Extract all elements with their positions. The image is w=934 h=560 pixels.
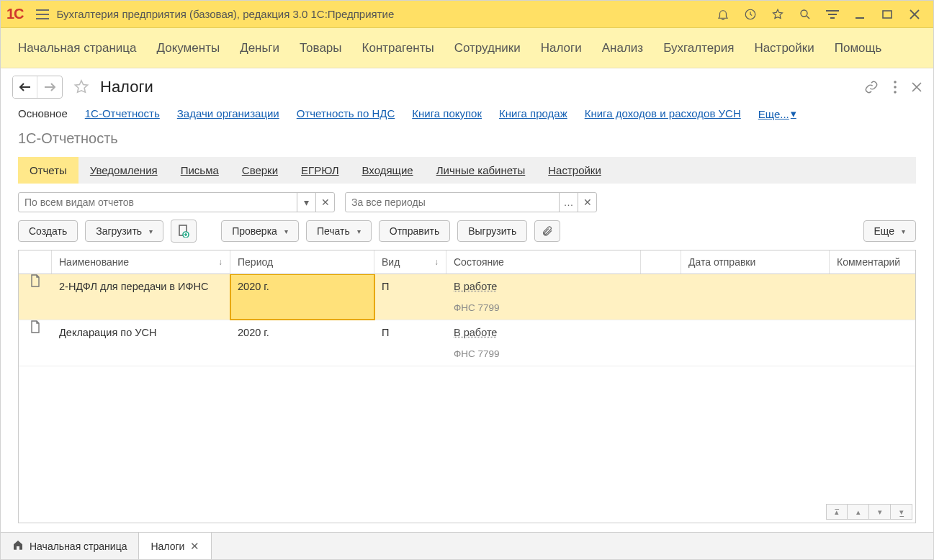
table-row[interactable]: 2-НДФЛ для передачи в ИФНС 2020 г. П В р… [19,274,915,320]
bottom-tabs: Начальная страница Налоги ✕ [1,532,933,559]
bell-icon[interactable] [716,7,730,22]
menu-analysis[interactable]: Анализ [602,41,643,55]
add-file-button[interactable] [171,220,197,243]
subnav-main[interactable]: Основное [18,107,68,120]
settings-lines-icon[interactable] [825,7,840,22]
dropdown-icon[interactable]: ▾ [297,193,315,212]
col-comment[interactable]: Комментарий [830,250,915,274]
row-state[interactable]: В работе [454,281,497,292]
close-page-icon[interactable] [912,82,922,92]
menu-home[interactable]: Начальная страница [18,41,137,55]
close-icon[interactable] [907,7,922,22]
more-button[interactable]: Еще [863,220,917,242]
main-menu: Начальная страница Документы Деньги Това… [1,28,933,68]
col-date[interactable]: Дата отправки [681,250,830,274]
star-icon[interactable] [771,7,785,22]
document-icon [19,274,52,320]
check-button[interactable]: Проверка [221,220,299,242]
nav-down-icon[interactable]: ▾ [869,504,891,520]
tab-settings[interactable]: Настройки [536,157,613,184]
attach-button[interactable] [534,220,560,242]
clear-period-icon[interactable]: ✕ [578,193,596,212]
nav-last-icon[interactable]: ▾̲ [891,504,912,520]
tab-notifications[interactable]: Уведомления [78,157,169,184]
nav-up-icon[interactable]: ▴ [848,504,869,520]
col-period[interactable]: Период [230,250,374,274]
col-name[interactable]: Наименование↓ [52,250,230,274]
close-tab-icon[interactable]: ✕ [190,540,199,553]
print-button[interactable]: Печать [306,220,372,242]
search-icon[interactable] [798,7,812,22]
main-menu-icon[interactable] [34,6,51,23]
row-kind: П [374,274,446,298]
send-button[interactable]: Отправить [379,220,450,242]
menu-accounting[interactable]: Бухгалтерия [663,41,734,55]
subnav-1c-reporting[interactable]: 1С-Отчетность [85,107,160,120]
row-state[interactable]: В работе [454,327,497,338]
filter-period-input[interactable] [346,193,559,212]
kebab-menu-icon[interactable] [893,80,897,94]
tab-letters[interactable]: Письма [169,157,230,184]
chevron-down-icon: ▾ [791,107,796,120]
minimize-icon[interactable] [853,7,867,22]
tab-egrul[interactable]: ЕГРЮЛ [289,157,350,184]
col-state-extra[interactable] [641,250,681,274]
maximize-icon[interactable] [880,7,894,22]
load-button[interactable]: Загрузить [85,220,163,242]
menu-taxes[interactable]: Налоги [541,41,582,55]
history-icon[interactable] [743,7,758,22]
menu-documents[interactable]: Документы [157,41,220,55]
menu-employees[interactable]: Сотрудники [454,41,521,55]
ellipsis-icon[interactable]: … [559,193,578,212]
subnav-more-label: Еще... [758,108,789,120]
col-kind-label: Вид [382,256,400,268]
col-icon[interactable] [19,250,52,274]
clear-filter-icon[interactable]: ✕ [315,193,334,212]
col-state[interactable]: Состояние [446,250,641,274]
menu-goods[interactable]: Товары [300,41,341,55]
export-button[interactable]: Выгрузить [457,220,527,242]
svg-point-1 [801,10,807,17]
toolbar: Создать Загрузить Проверка Печать Отправ… [1,220,933,250]
reports-table: Наименование↓ Период Вид↓ Состояние Дата… [18,250,916,523]
tab-reports[interactable]: Отчеты [18,157,78,184]
row-period: 2020 г. [230,320,374,344]
titlebar: 1С Бухгалтерия предприятия (базовая), ре… [1,1,933,28]
tab-cabinets[interactable]: Личные кабинеты [425,157,537,184]
subnav-org-tasks[interactable]: Задачи организации [177,107,279,120]
create-button[interactable]: Создать [18,220,78,242]
col-state-label: Состояние [454,256,504,268]
check-label: Проверка [232,225,277,237]
col-period-label: Период [238,256,273,268]
row-comment [830,274,915,286]
subnav-vat-reporting[interactable]: Отчетность по НДС [297,107,395,120]
subnav-purchase-book[interactable]: Книга покупок [412,107,482,120]
menu-settings[interactable]: Настройки [754,41,814,55]
favorite-star-icon[interactable] [71,77,91,97]
subnav-more[interactable]: Еще... ▾ [758,107,796,120]
row-name: 2-НДФЛ для передачи в ИФНС [52,274,230,298]
row-kind: П [374,320,446,344]
subnav-usn-book[interactable]: Книга доходов и расходов УСН [585,107,741,120]
table-body: 2-НДФЛ для передачи в ИФНС 2020 г. П В р… [19,274,915,501]
table-row[interactable]: Декларация по УСН 2020 г. П В работе ФНС… [19,320,915,366]
tab-incoming[interactable]: Входящие [351,157,425,184]
page-header: Налоги [1,68,933,101]
menu-counterparties[interactable]: Контрагенты [362,41,434,55]
filter-report-type-input[interactable] [19,193,297,212]
menu-money[interactable]: Деньги [240,41,279,55]
link-icon[interactable] [864,80,879,94]
subnav-sales-book[interactable]: Книга продаж [499,107,567,120]
nav-back-button[interactable] [13,76,37,98]
menu-help[interactable]: Помощь [835,41,882,55]
titlebar-actions [716,7,928,22]
report-tabs: Отчеты Уведомления Письма Сверки ЕГРЮЛ В… [18,157,916,184]
sort-icon-2: ↓ [434,257,439,267]
filter-row: ▾ ✕ … ✕ [1,184,933,220]
bottom-tab-home[interactable]: Начальная страница [1,533,139,559]
nav-first-icon[interactable]: ▴̅ [826,504,848,520]
tab-reconciliation[interactable]: Сверки [230,157,289,184]
table-nav: ▴̅ ▴ ▾ ▾̲ [19,501,915,523]
col-kind[interactable]: Вид↓ [374,250,446,274]
bottom-tab-taxes[interactable]: Налоги ✕ [139,533,212,559]
